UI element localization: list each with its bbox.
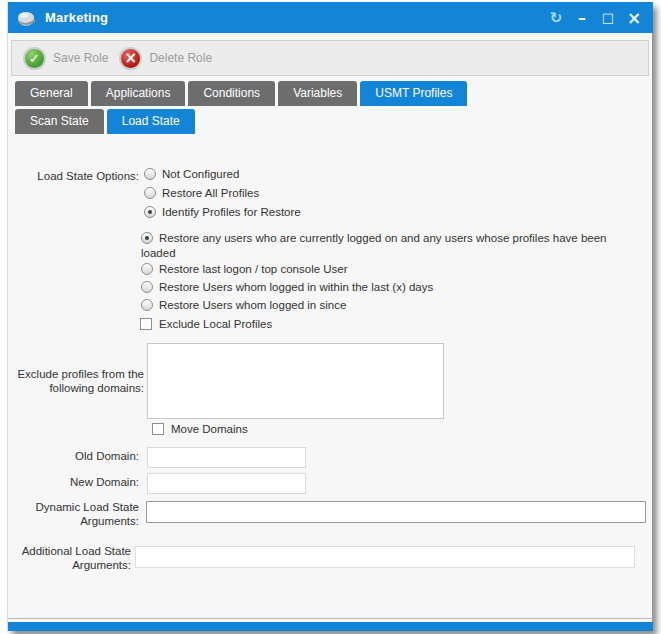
new-domain-input[interactable] (147, 473, 306, 494)
main-tab-bar: General Applications Conditions Variable… (15, 81, 467, 106)
old-domain-input[interactable] (147, 447, 306, 468)
checkbox-icon[interactable] (140, 318, 152, 330)
app-icon (17, 9, 37, 27)
tab-usmt-profiles[interactable]: USMT Profiles (360, 81, 467, 106)
old-domain-label: Old Domain: (8, 450, 139, 464)
minimize-icon[interactable]: – (569, 2, 595, 33)
radio-label: Restore Users whom logged in since (159, 299, 346, 311)
radio-restore-all-profiles[interactable]: Restore All Profiles (144, 187, 259, 199)
radio-label: Identify Profiles for Restore (162, 206, 301, 218)
toolbar: ✓ Save Role × Delete Role (11, 40, 649, 76)
tab-load-state[interactable]: Load State (107, 109, 195, 134)
title-bar: Marketing ↻ – □ × (8, 2, 653, 33)
radio-icon[interactable] (141, 232, 153, 244)
checkbox-icon[interactable] (152, 423, 164, 435)
refresh-icon[interactable]: ↻ (543, 2, 569, 33)
radio-label: Restore All Profiles (162, 187, 259, 199)
delete-role-label: Delete Role (149, 51, 212, 65)
move-domains-checkbox[interactable]: Move Domains (152, 423, 248, 435)
checkbox-label: Move Domains (171, 423, 248, 435)
radio-restore-since[interactable]: Restore Users whom logged in since (141, 299, 346, 311)
save-role-label: Save Role (53, 51, 108, 65)
radio-icon[interactable] (144, 187, 156, 199)
radio-label: Restore Users whom logged in within the … (159, 281, 433, 293)
delete-role-button[interactable]: × Delete Role (119, 47, 212, 70)
additional-args-label: Additional Load State Arguments: (8, 545, 131, 572)
sub-tab-bar: Scan State Load State (15, 109, 195, 134)
tab-applications[interactable]: Applications (91, 81, 186, 106)
radio-not-configured[interactable]: Not Configured (144, 168, 239, 180)
window-bottom-divider (8, 618, 653, 619)
tab-general[interactable]: General (15, 81, 88, 106)
window-controls: ↻ – □ × (543, 2, 647, 33)
radio-icon[interactable] (141, 299, 153, 311)
radio-label: Not Configured (162, 168, 239, 180)
radio-icon[interactable] (144, 206, 156, 218)
dynamic-args-input[interactable] (146, 501, 646, 523)
radio-icon[interactable] (144, 168, 156, 180)
exclude-domains-textarea[interactable] (147, 343, 444, 419)
checkbox-label: Exclude Local Profiles (159, 318, 272, 330)
tab-variables[interactable]: Variables (278, 81, 357, 106)
radio-icon[interactable] (141, 263, 153, 275)
window-title: Marketing (45, 10, 108, 25)
exclude-local-profiles-checkbox[interactable]: Exclude Local Profiles (140, 318, 272, 330)
radio-label: Restore any users who are currently logg… (141, 232, 606, 259)
dynamic-args-label: Dynamic Load State Arguments: (8, 501, 139, 528)
additional-args-input[interactable] (135, 546, 635, 568)
window-bottom-border (8, 622, 653, 631)
maximize-icon[interactable]: □ (595, 2, 621, 33)
radio-restore-logged-on-users[interactable]: Restore any users who are currently logg… (141, 231, 633, 261)
save-role-button[interactable]: ✓ Save Role (23, 47, 108, 70)
new-domain-label: New Domain: (8, 476, 139, 490)
radio-restore-last-logon[interactable]: Restore last logon / top console User (141, 263, 348, 275)
radio-restore-last-x-days[interactable]: Restore Users whom logged in within the … (141, 281, 433, 293)
app-window: Marketing ↻ – □ × ✓ Save Role × Delete R… (7, 2, 652, 631)
radio-icon[interactable] (141, 281, 153, 293)
tab-conditions[interactable]: Conditions (188, 81, 275, 106)
radio-identify-profiles[interactable]: Identify Profiles for Restore (144, 206, 301, 218)
tab-scan-state[interactable]: Scan State (15, 109, 104, 134)
exclude-domains-label: Exclude profiles from the following doma… (8, 368, 144, 395)
save-check-icon: ✓ (23, 47, 46, 70)
close-icon[interactable]: × (621, 2, 647, 33)
radio-label: Restore last logon / top console User (159, 263, 348, 275)
load-state-options-label: Load State Options: (8, 170, 139, 184)
delete-x-icon: × (119, 47, 142, 70)
